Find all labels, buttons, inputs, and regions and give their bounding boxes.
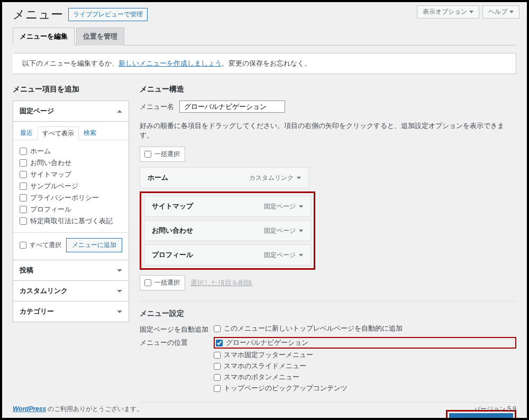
screen-options-button[interactable]: 表示オプション — [417, 5, 479, 19]
accordion-custom-header[interactable]: カスタムリンク — [13, 281, 129, 302]
page-item: プライバシーポリシー — [20, 192, 122, 204]
page-label: ホーム — [30, 147, 51, 156]
help-button[interactable]: ヘルプ — [482, 5, 519, 19]
location-option[interactable]: スマホのボタンメニュー — [214, 372, 516, 382]
page-label: 特定商取引法に基づく表記 — [30, 216, 113, 226]
menu-item-title: お問い合わせ — [152, 226, 193, 235]
tab-edit-menus[interactable]: メニューを編集 — [13, 28, 75, 45]
save-menu-button[interactable]: メニューを保存 — [449, 413, 513, 420]
bulk-select-label: 一括選択 — [154, 150, 180, 159]
chevron-down-icon — [469, 11, 473, 13]
select-all-wrap[interactable]: すべて選択 — [20, 241, 61, 250]
location-text: スマホのスライドメニュー — [224, 361, 306, 371]
page-checkbox[interactable] — [20, 148, 27, 155]
add-to-menu-button[interactable]: メニューに追加 — [66, 238, 122, 252]
chevron-down-icon[interactable] — [297, 177, 301, 179]
bulk-select-checkbox[interactable] — [144, 279, 151, 286]
bulk-select-bottom[interactable]: 一括選択 — [140, 275, 185, 290]
chevron-down-icon — [117, 311, 122, 313]
menu-settings-title: メニュー設定 — [140, 309, 516, 318]
location-option[interactable]: スマホ固定フッターメニュー — [214, 350, 516, 360]
create-new-menu-link[interactable]: 新しいメニューを作成しましょう — [118, 59, 222, 67]
bulk-select-top[interactable]: 一括選択 — [140, 147, 185, 162]
notice-text-prefix: 以下のメニューを編集するか、 — [22, 59, 118, 67]
footer-thanks: のご利用ありがとうございます。 — [46, 405, 143, 413]
live-preview-button[interactable]: ライブプレビューで管理 — [68, 8, 148, 21]
location-option[interactable]: グローバルナビゲーション — [214, 337, 516, 349]
subtab-search[interactable]: 検索 — [79, 126, 101, 140]
delete-menu-link[interactable]: メニューを削除 — [140, 417, 188, 420]
accordion-pages-header[interactable]: 固定ページ — [13, 101, 129, 122]
menu-item-type: 固定ページ — [264, 226, 303, 235]
page-item: サンプルページ — [20, 180, 122, 192]
notice: 以下のメニューを編集するか、新しいメニューを作成しましょう。変更の保存をお忘れな… — [13, 53, 516, 74]
menu-item[interactable]: お問い合わせ固定ページ — [144, 220, 311, 241]
location-checkbox[interactable] — [214, 374, 221, 381]
menu-item-title: ホーム — [148, 173, 168, 182]
location-text: トップページのピックアップコンテンツ — [224, 384, 348, 393]
auto-add-option[interactable]: このメニューに新しいトップレベルページを自動的に追加 — [214, 324, 516, 333]
menu-item-type: 固定ページ — [264, 202, 303, 211]
accordion-posts-header[interactable]: 投稿 — [13, 260, 129, 281]
chevron-up-icon — [117, 110, 122, 113]
menu-name-label: メニュー名 — [140, 102, 174, 112]
notice-text-suffix: 。変更の保存をお忘れなく。 — [222, 59, 311, 67]
location-text: グローバルナビゲーション — [226, 338, 308, 348]
structure-title: メニュー構造 — [140, 85, 516, 94]
location-checkbox[interactable] — [214, 385, 221, 392]
location-checkbox[interactable] — [216, 340, 223, 346]
add-items-title: メニュー項目を追加 — [13, 85, 129, 94]
bulk-select-label: 一括選択 — [154, 278, 180, 287]
auto-add-text: このメニューに新しいトップレベルページを自動的に追加 — [224, 324, 403, 333]
location-option[interactable]: スマホのスライドメニュー — [214, 361, 516, 371]
chevron-down-icon[interactable] — [299, 205, 303, 208]
menu-item[interactable]: プロフィール固定ページ — [144, 244, 311, 266]
menu-item-type: 固定ページ — [264, 251, 303, 260]
bulk-select-checkbox[interactable] — [144, 151, 151, 158]
page-checkbox[interactable] — [20, 194, 27, 202]
page-title: メニュー — [13, 6, 63, 23]
accordion: 固定ページ 最近 すべて表示 検索 ホームお問い合わせサイトマップサンプルページ… — [13, 101, 129, 322]
page-checkbox[interactable] — [20, 217, 27, 225]
location-text: スマホ固定フッターメニュー — [224, 350, 313, 360]
auto-add-checkbox[interactable] — [214, 325, 221, 332]
page-label: お問い合わせ — [30, 158, 71, 168]
page-label: プロフィール — [30, 205, 71, 214]
page-item: ホーム — [20, 145, 122, 157]
page-item: プロフィール — [20, 204, 122, 215]
location-checkbox[interactable] — [214, 363, 221, 370]
chevron-down-icon[interactable] — [299, 254, 303, 257]
menu-item[interactable]: サイトマップ固定ページ — [144, 196, 311, 217]
accordion-posts-label: 投稿 — [20, 266, 33, 275]
page-checkbox[interactable] — [20, 182, 27, 190]
page-checkbox[interactable] — [20, 171, 27, 178]
accordion-category-label: カテゴリー — [20, 307, 54, 316]
location-text: スマホのボタンメニュー — [224, 372, 299, 382]
menu-name-input[interactable] — [179, 101, 285, 113]
accordion-custom-label: カスタムリンク — [20, 286, 68, 296]
location-checkbox[interactable] — [214, 352, 221, 359]
accordion-category-header[interactable]: カテゴリー — [13, 302, 129, 322]
page-checkbox[interactable] — [20, 159, 27, 167]
highlighted-items: サイトマップ固定ページ お問い合わせ固定ページ プロフィール固定ページ — [140, 191, 315, 270]
bulk-delete-link: 選択した項目を削除 — [190, 278, 252, 288]
select-all-checkbox[interactable] — [20, 242, 26, 249]
location-option[interactable]: トップページのピックアップコンテンツ — [214, 384, 516, 393]
page-checkbox[interactable] — [20, 206, 27, 213]
subtab-recent[interactable]: 最近 — [15, 126, 38, 140]
menu-item-type: カスタムリンク — [249, 174, 301, 182]
help-label: ヘルプ — [488, 7, 507, 16]
page-item: 特定商取引法に基づく表記 — [20, 215, 122, 227]
menu-item[interactable]: ホームカスタムリンク — [140, 167, 309, 188]
menu-item-title: サイトマップ — [152, 202, 193, 211]
auto-add-label: 固定ページを自動追加 — [140, 324, 214, 335]
page-item: サイトマップ — [20, 169, 122, 180]
chevron-down-icon[interactable] — [299, 230, 303, 232]
footer-version: バージョン 5.9 — [474, 405, 516, 414]
tab-manage-locations[interactable]: 位置を管理 — [76, 28, 124, 45]
subtab-view-all[interactable]: すべて表示 — [38, 126, 79, 140]
chevron-down-icon — [509, 11, 514, 13]
menu-item-title: プロフィール — [152, 250, 193, 260]
page-label: サンプルページ — [30, 181, 78, 191]
wordpress-link[interactable]: WordPress — [13, 405, 46, 413]
